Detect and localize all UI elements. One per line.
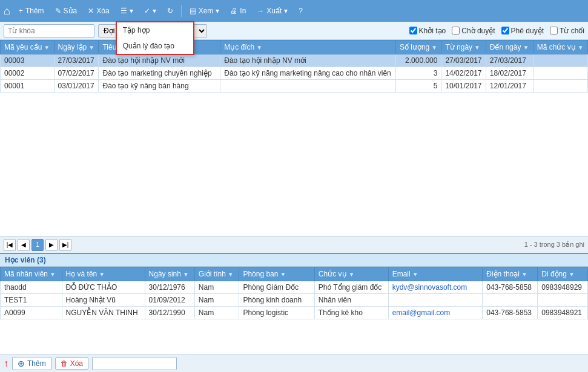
xem-dropdown-icon: ▾ (216, 7, 219, 15)
xoa-button[interactable]: ✕ Xóa (83, 4, 114, 18)
menu-icon: ☰ (121, 7, 127, 15)
upper-table-scroll[interactable]: Mã yêu cầu▼ Ngày lập▼ Tiêu đề▼ Mục đích▼… (0, 40, 588, 236)
phe-duyet-checkbox-label[interactable]: Phê duyệt (501, 27, 544, 35)
first-page-btn[interactable]: |◀ (4, 239, 16, 251)
col-ma-yeu-cau[interactable]: Mã yêu cầu▼ (1, 41, 55, 54)
cell-so-luong: 3 (395, 67, 441, 80)
sort-icon-muc-dich: ▼ (256, 44, 262, 51)
cell-ma-yeu-cau: 00003 (1, 54, 55, 67)
sort-icon-gioi-tinh: ▼ (228, 271, 234, 278)
menu-item-quan-ly-dao-tao[interactable]: Quản lý đào tạo (117, 38, 193, 54)
tu-choi-checkbox[interactable] (550, 27, 558, 34)
sort-icon-so-luong: ▼ (431, 44, 437, 51)
upper-table-row[interactable]: 00001 03/01/2017 Đào tạo kỹ năng bán hàn… (1, 80, 588, 93)
cell-dien-thoai: 043-768-5858 (483, 281, 538, 294)
cho-duyet-checkbox[interactable] (452, 27, 460, 34)
sort-icon-dien-thoai: ▼ (521, 271, 527, 278)
menu-item-tap-hop[interactable]: Tập hợp (117, 22, 193, 38)
cell-gioi-tinh: Nam (194, 294, 239, 307)
in-button[interactable]: 🖨 In (225, 4, 251, 18)
khoi-tao-checkbox[interactable] (409, 27, 417, 34)
cho-duyet-checkbox-label[interactable]: Chờ duyệt (452, 27, 495, 35)
last-page-btn[interactable]: ▶| (59, 239, 71, 251)
col-ma-nv[interactable]: Mã nhân viên▼ (1, 267, 62, 281)
col-ngay-sinh[interactable]: Ngày sinh▼ (145, 267, 194, 281)
col-phong-ban[interactable]: Phòng ban▼ (239, 267, 314, 281)
page-1-btn[interactable]: 1 (31, 239, 44, 251)
col-dien-thoai[interactable]: Điện thoại▼ (483, 267, 538, 281)
sort-icon-ma-nv: ▼ (50, 271, 56, 278)
cell-di-dong (538, 294, 588, 307)
cell-tieu-de: Đào tạo hội nhập NV mới (99, 54, 220, 67)
cell-ho-ten: NGUYỄN VĂN THINH (62, 307, 145, 319)
help-button[interactable]: ? (294, 4, 308, 18)
menu-dropdown: Tập hợp Quản lý đào tạo (116, 21, 194, 55)
cell-chuc-vu: Thống kê kho (314, 307, 388, 319)
col-den-ngay[interactable]: Đến ngày▼ (486, 41, 533, 54)
lower-table-scroll[interactable]: Mã nhân viên▼ Họ và tên▼ Ngày sinh▼ Giới… (0, 267, 588, 354)
xuat-button[interactable]: → Xuất ▾ (252, 4, 292, 18)
refresh-icon: ↻ (167, 7, 173, 15)
col-gioi-tinh[interactable]: Giới tính▼ (194, 267, 239, 281)
sort-icon-den-ngay: ▼ (523, 44, 529, 51)
sort-icon-ma-yeu-cau: ▼ (44, 44, 50, 51)
bottom-search-input[interactable] (92, 357, 177, 370)
top-toolbar: ⌂ + Thêm ✎ Sửa ✕ Xóa ☰ ▾ Tập hợp Quản lý… (0, 0, 588, 22)
cell-tu-ngay: 14/02/2017 (441, 67, 486, 80)
lower-table-row[interactable]: A0099 NGUYỄN VĂN THINH 30/12/1990 Nam Ph… (1, 307, 588, 319)
lower-table-row[interactable]: thaodd ĐỖ ĐỨC THẢO 30/12/1976 Nam Phòng … (1, 281, 588, 294)
sort-icon-tu-ngay: ▼ (474, 44, 480, 51)
col-ngay-lap[interactable]: Ngày lập▼ (54, 41, 99, 54)
bottom-add-button[interactable]: ⊕ Thêm (12, 357, 51, 370)
sort-icon-ngay-sinh: ▼ (183, 271, 189, 278)
col-muc-dich[interactable]: Mục đích▼ (220, 41, 396, 54)
refresh-button[interactable]: ↻ (162, 4, 178, 18)
plus-icon: + (19, 7, 23, 15)
col-so-luong[interactable]: Số lượng▼ (395, 41, 441, 54)
cell-gioi-tinh: Nam (194, 307, 239, 319)
lower-table-row[interactable]: TEST1 Hoàng Nhật Vũ 01/09/2012 Nam Phòng… (1, 294, 588, 307)
cell-ngay-sinh: 30/12/1976 (145, 281, 194, 294)
cell-ngay-lap: 07/02/2017 (54, 67, 99, 80)
sort-icon-email: ▼ (412, 271, 418, 278)
cell-gioi-tinh: Nam (194, 281, 239, 294)
xem-icon: ▤ (190, 7, 196, 15)
col-ho-ten[interactable]: Họ và tên▼ (62, 267, 145, 281)
print-icon: 🖨 (230, 7, 237, 15)
prev-page-btn[interactable]: ◀ (18, 239, 30, 251)
lower-section-header: Học viên (3) (0, 254, 588, 267)
approve-button[interactable]: ✓ ▾ (139, 4, 161, 18)
cell-tu-ngay: 27/03/2017 (441, 54, 486, 67)
approve-dropdown-icon: ▾ (153, 7, 156, 15)
col-ma-chuc-vu[interactable]: Mã chức vụ▼ (533, 41, 587, 54)
cell-muc-dich (220, 80, 396, 93)
upper-table-header-row: Mã yêu cầu▼ Ngày lập▼ Tiêu đề▼ Mục đích▼… (1, 41, 588, 54)
sua-button[interactable]: ✎ Sửa (50, 4, 82, 18)
col-di-dong[interactable]: Di động▼ (538, 267, 588, 281)
col-tu-ngay[interactable]: Từ ngày▼ (441, 41, 486, 54)
phe-duyet-checkbox[interactable] (501, 27, 509, 34)
add-circle-icon: ⊕ (18, 359, 25, 368)
col-email[interactable]: Email▼ (388, 267, 483, 281)
cell-phong-ban: Phòng Giám Đốc (239, 281, 314, 294)
cell-tieu-de: Đào tạo kỹ năng bán hàng (99, 80, 220, 93)
next-page-btn[interactable]: ▶ (45, 239, 58, 251)
them-button[interactable]: + Thêm (14, 4, 49, 18)
upper-table-row[interactable]: 00003 27/03/2017 Đào tạo hội nhập NV mới… (1, 54, 588, 67)
cell-dien-thoai (483, 294, 538, 307)
cell-den-ngay: 27/03/2017 (486, 54, 533, 67)
cell-tieu-de: Đào tạo marketing chuyên nghiệp (99, 67, 220, 80)
upper-table-row[interactable]: 00002 07/02/2017 Đào tạo marketing chuyê… (1, 67, 588, 80)
search-input[interactable] (4, 24, 94, 38)
xem-button[interactable]: ▤ xem Xem ▾ (185, 4, 225, 18)
cell-ma-nv: A0099 (1, 307, 62, 319)
delete-icon: ✕ (88, 7, 94, 15)
col-chuc-vu[interactable]: Chức vụ▼ (314, 267, 388, 281)
khoi-tao-checkbox-label[interactable]: Khởi tạo (409, 27, 446, 35)
tu-choi-checkbox-label[interactable]: Từ chối (550, 27, 584, 35)
cell-ma-yeu-cau: 00001 (1, 80, 55, 93)
home-icon[interactable]: ⌂ (4, 5, 10, 18)
bottom-delete-button[interactable]: 🗑 Xóa (55, 357, 88, 370)
menu-button[interactable]: ☰ ▾ (116, 4, 138, 18)
lower-table: Mã nhân viên▼ Họ và tên▼ Ngày sinh▼ Giới… (0, 267, 588, 319)
